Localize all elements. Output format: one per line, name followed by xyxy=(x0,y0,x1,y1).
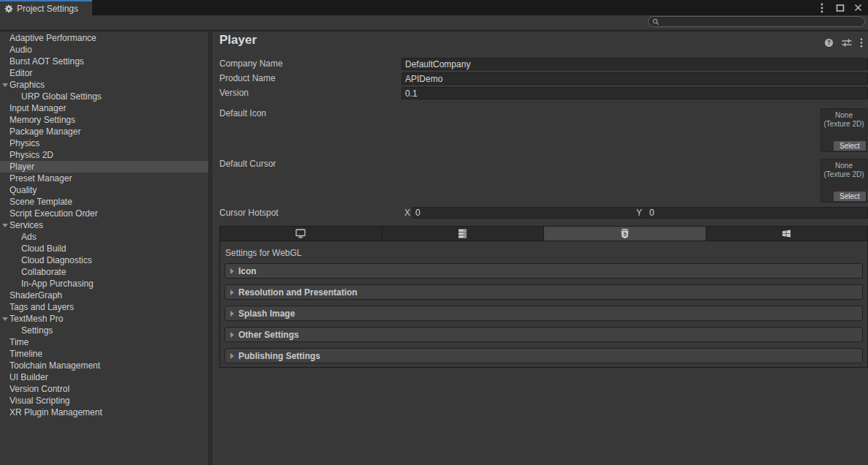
default-cursor-object-field[interactable]: None (Texture 2D) Select xyxy=(820,159,867,203)
html5-icon: 5 xyxy=(621,229,629,239)
sidebar-item-label: Audio xyxy=(10,45,32,55)
foldout-expanded-icon[interactable] xyxy=(2,317,8,321)
sidebar-item-player[interactable]: Player xyxy=(0,161,208,173)
sidebar-item-adaptive-performance[interactable]: Adaptive Performance xyxy=(0,32,208,44)
sidebar-item-label: Collaborate xyxy=(21,267,66,277)
settings-category-sidebar: Adaptive Performance Audio Burst AOT Set… xyxy=(0,32,208,465)
default-icon-object-field[interactable]: None (Texture 2D) Select xyxy=(820,108,867,152)
sidebar-item-version-control[interactable]: Version Control xyxy=(0,383,208,395)
sidebar-item-label: Tags and Layers xyxy=(10,302,74,312)
sidebar-item-physics-2d[interactable]: Physics 2D xyxy=(0,149,208,161)
cursor-hotspot-y-label: Y xyxy=(636,208,642,218)
foldout-expanded-icon[interactable] xyxy=(2,224,8,227)
foldout-collapsed-icon xyxy=(230,268,234,274)
default-cursor-none-line1: None xyxy=(821,162,867,170)
sidebar-item-toolchain-management[interactable]: Toolchain Management xyxy=(0,360,208,371)
sidebar-item-label: Scene Template xyxy=(10,197,72,207)
section-foldout-other-settings[interactable]: Other Settings xyxy=(224,327,863,342)
sidebar-item-services[interactable]: Services xyxy=(0,219,208,231)
sidebar-item-package-manager[interactable]: Package Manager xyxy=(0,126,208,137)
sidebar-item-label: In-App Purchasing xyxy=(21,279,94,289)
sidebar-item-label: Cloud Diagnostics xyxy=(21,255,92,265)
default-cursor-select-button[interactable]: Select xyxy=(834,192,866,201)
player-settings-panel: Player ? Company Name Product Name Versi… xyxy=(212,32,868,465)
platform-tab-uwp[interactable] xyxy=(706,227,868,241)
presets-icon[interactable] xyxy=(842,38,852,48)
sidebar-item-label: Quality xyxy=(10,185,37,195)
search-icon xyxy=(652,18,660,26)
sidebar-item-ui-builder[interactable]: UI Builder xyxy=(0,371,208,383)
sidebar-item-timeline[interactable]: Timeline xyxy=(0,348,208,360)
server-icon xyxy=(458,229,467,238)
company-name-field[interactable] xyxy=(401,58,868,70)
platform-settings-box: Settings for WebGL Icon Resolution and P… xyxy=(219,241,868,368)
sidebar-item-label: Preset Manager xyxy=(10,173,72,184)
sidebar-item-physics[interactable]: Physics xyxy=(0,137,208,149)
sidebar-item-time[interactable]: Time xyxy=(0,336,208,348)
window-tab-title: Project Settings xyxy=(17,4,78,14)
sidebar-item-label: Editor xyxy=(10,68,32,78)
sidebar-item-script-execution-order[interactable]: Script Execution Order xyxy=(0,208,208,219)
platform-tab-webgl[interactable]: 5 xyxy=(544,227,706,241)
sidebar-item-urp-global-settings[interactable]: URP Global Settings xyxy=(0,91,208,102)
settings-sections: Icon Resolution and Presentation Splash … xyxy=(224,263,863,369)
sidebar-item-input-manager[interactable]: Input Manager xyxy=(0,102,208,114)
sidebar-item-cloud-diagnostics[interactable]: Cloud Diagnostics xyxy=(0,254,208,266)
sidebar-item-cloud-build[interactable]: Cloud Build xyxy=(0,243,208,254)
section-foldout-publishing-settings[interactable]: Publishing Settings xyxy=(224,348,863,363)
search-input[interactable] xyxy=(648,16,865,27)
sidebar-item-label: Visual Scripting xyxy=(10,396,70,406)
sidebar-item-visual-scripting[interactable]: Visual Scripting xyxy=(0,395,208,407)
sidebar-item-graphics[interactable]: Graphics xyxy=(0,79,208,91)
sidebar-item-preset-manager[interactable]: Preset Manager xyxy=(0,173,208,184)
sidebar-item-ads[interactable]: Ads xyxy=(0,231,208,243)
sidebar-item-scene-template[interactable]: Scene Template xyxy=(0,196,208,208)
sidebar-item-burst-aot-settings[interactable]: Burst AOT Settings xyxy=(0,56,208,67)
sidebar-item-quality[interactable]: Quality xyxy=(0,184,208,196)
context-menu-icon[interactable] xyxy=(860,38,863,48)
gear-icon xyxy=(4,4,13,13)
default-icon-select-button[interactable]: Select xyxy=(834,141,866,151)
section-foldout-icon[interactable]: Icon xyxy=(224,263,863,279)
maximize-icon[interactable] xyxy=(835,3,845,12)
close-icon[interactable] xyxy=(853,3,863,12)
product-name-field[interactable] xyxy=(401,72,868,85)
platform-tab-bar: 5 xyxy=(219,226,868,241)
window-tab-project-settings[interactable]: Project Settings xyxy=(0,0,92,15)
sidebar-item-audio[interactable]: Audio xyxy=(0,44,208,56)
sidebar-item-label: Adaptive Performance xyxy=(10,33,97,43)
foldout-collapsed-icon xyxy=(230,311,234,317)
default-cursor-label: Default Cursor xyxy=(219,159,276,169)
sidebar-item-label: TextMesh Pro xyxy=(10,314,63,324)
sidebar-item-label: XR Plugin Management xyxy=(10,407,102,417)
field-label: Product Name xyxy=(219,73,276,83)
foldout-expanded-icon[interactable] xyxy=(2,83,8,87)
sidebar-item-label: Memory Settings xyxy=(10,115,75,125)
sidebar-item-textmesh-pro[interactable]: TextMesh Pro xyxy=(0,313,208,325)
platform-tab-dedicated-server[interactable] xyxy=(382,227,545,241)
section-foldout-resolution-and-presentation[interactable]: Resolution and Presentation xyxy=(224,284,863,300)
version-field[interactable] xyxy=(401,87,868,99)
sidebar-item-label: UI Builder xyxy=(10,372,48,382)
sidebar-item-collaborate[interactable]: Collaborate xyxy=(0,266,208,278)
cursor-hotspot-y-field[interactable] xyxy=(646,207,868,219)
svg-text:5: 5 xyxy=(623,230,626,237)
platform-tab-standalone[interactable] xyxy=(220,227,382,241)
sidebar-item-settings[interactable]: Settings xyxy=(0,325,208,336)
window-menu-icon[interactable] xyxy=(817,3,826,12)
default-icon-none-line1: None xyxy=(821,111,867,120)
help-icon[interactable]: ? xyxy=(824,38,834,48)
page-title: Player xyxy=(219,33,257,48)
sidebar-item-shadergraph[interactable]: ShaderGraph xyxy=(0,290,208,301)
sidebar-item-xr-plugin-management[interactable]: XR Plugin Management xyxy=(0,407,208,418)
sidebar-item-tags-and-layers[interactable]: Tags and Layers xyxy=(0,301,208,313)
sidebar-item-label: Cloud Build xyxy=(21,243,66,254)
sidebar-item-in-app-purchasing[interactable]: In-App Purchasing xyxy=(0,278,208,290)
sidebar-item-editor[interactable]: Editor xyxy=(0,67,208,79)
section-foldout-splash-image[interactable]: Splash Image xyxy=(224,306,863,321)
sidebar-item-memory-settings[interactable]: Memory Settings xyxy=(0,114,208,126)
settings-for-label: Settings for WebGL xyxy=(225,248,302,258)
sidebar-item-label: Graphics xyxy=(10,80,45,90)
toolbar-divider xyxy=(0,29,868,31)
window-controls xyxy=(817,0,863,15)
